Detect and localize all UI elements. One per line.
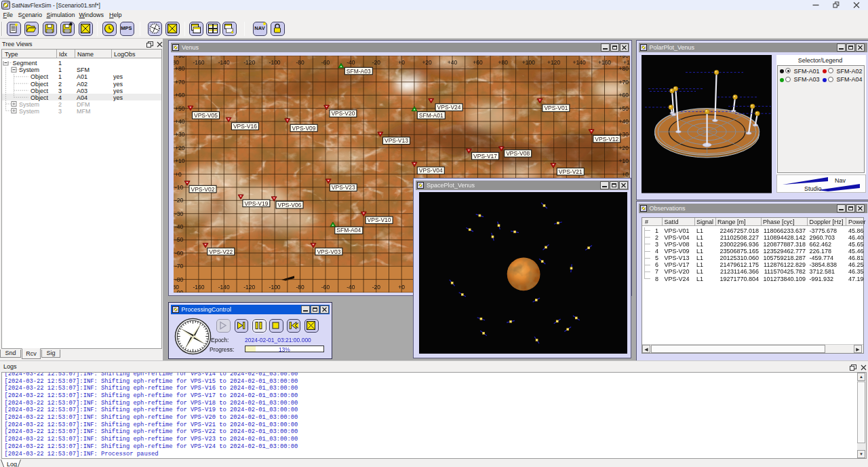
svg-text:VPS-V10: VPS-V10 — [367, 217, 391, 223]
svg-text:VPS-V03: VPS-V03 — [317, 248, 340, 255]
svg-text:-80: -80 — [296, 59, 304, 66]
svg-text:+60: +60 — [175, 92, 185, 98]
svg-text:VPS-V04: VPS-V04 — [418, 167, 442, 174]
svg-text:-140: -140 — [218, 284, 229, 291]
svg-text:VPS-V08: VPS-V08 — [506, 150, 530, 157]
svg-text:VPS-V09: VPS-V09 — [292, 125, 315, 132]
svg-text:+80: +80 — [175, 65, 185, 72]
svg-text:-40: -40 — [347, 59, 355, 66]
svg-text:-60: -60 — [321, 284, 330, 291]
svg-text:+50: +50 — [618, 105, 629, 112]
svg-text:+140: +140 — [572, 59, 585, 66]
svg-text:-20: -20 — [372, 284, 380, 291]
svg-text:+160: +160 — [597, 59, 610, 66]
svg-text:VPS-V06: VPS-V06 — [277, 202, 301, 208]
svg-text:-40: -40 — [175, 223, 184, 230]
svg-text:VPS-V17: VPS-V17 — [473, 153, 497, 160]
svg-text:+40: +40 — [618, 118, 629, 125]
svg-text:-30: -30 — [175, 210, 184, 217]
svg-text:+40: +40 — [447, 59, 457, 66]
svg-text:VPS-V16: VPS-V16 — [233, 123, 256, 130]
svg-text:VPS-V21: VPS-V21 — [558, 168, 582, 175]
svg-text:-120: -120 — [243, 59, 255, 66]
svg-text:SFM-A01: SFM-A01 — [418, 112, 443, 119]
svg-text:VPS-V02: VPS-V02 — [191, 186, 214, 193]
svg-text:VPS-V24: VPS-V24 — [437, 104, 460, 111]
svg-text:VPS-V19: VPS-V19 — [244, 200, 268, 207]
svg-text:VPS-V12: VPS-V12 — [595, 136, 618, 143]
svg-text:+100: +100 — [521, 59, 534, 66]
svg-text:+70: +70 — [618, 79, 629, 86]
svg-text:+90: +90 — [175, 56, 185, 59]
svg-text:-20: -20 — [175, 197, 184, 204]
svg-text:+70: +70 — [175, 79, 185, 86]
svg-text:Log: Log — [7, 460, 17, 467]
svg-text:VPS-V01: VPS-V01 — [544, 105, 568, 111]
svg-text:Studio: Studio — [804, 185, 822, 192]
svg-text:VPS-V22: VPS-V22 — [209, 248, 233, 255]
svg-text:+20: +20 — [422, 59, 432, 66]
svg-text:+60: +60 — [473, 59, 483, 66]
svg-text:+0: +0 — [175, 171, 182, 178]
svg-text:+80: +80 — [498, 59, 508, 66]
svg-text:+0: +0 — [398, 59, 405, 66]
svg-text:VPS-V13: VPS-V13 — [384, 137, 408, 144]
svg-text:+10: +10 — [618, 157, 629, 164]
svg-text:-70: -70 — [175, 263, 184, 269]
svg-text:-10: -10 — [175, 184, 184, 191]
svg-text:-90: -90 — [175, 289, 184, 293]
svg-text:-140: -140 — [218, 59, 229, 66]
svg-text:+20: +20 — [618, 145, 629, 151]
svg-text:-160: -160 — [193, 59, 204, 66]
svg-text:+30: +30 — [175, 131, 185, 138]
svg-text:+0: +0 — [622, 171, 629, 178]
svg-text:VPS-V20: VPS-V20 — [331, 110, 355, 117]
svg-text:SFM-A04: SFM-A04 — [336, 227, 361, 234]
svg-text:+20: +20 — [175, 145, 185, 151]
svg-text:-80: -80 — [175, 276, 184, 283]
svg-text:+40: +40 — [175, 118, 185, 125]
svg-text:VPS-V23: VPS-V23 — [331, 184, 355, 191]
svg-text:+120: +120 — [547, 59, 560, 66]
svg-text:-160: -160 — [193, 284, 204, 291]
svg-text:-80: -80 — [296, 284, 304, 291]
svg-text:SFM-A03: SFM-A03 — [346, 68, 370, 75]
svg-text:+80: +80 — [618, 65, 629, 72]
svg-text:-120: -120 — [243, 284, 255, 291]
svg-text:-60: -60 — [175, 250, 184, 257]
svg-text:-50: -50 — [175, 236, 184, 243]
svg-text:VPS-V05: VPS-V05 — [194, 112, 218, 119]
svg-text:+50: +50 — [175, 105, 185, 112]
svg-text:-20: -20 — [372, 59, 380, 66]
svg-text:Nav: Nav — [835, 177, 846, 184]
svg-text:-60: -60 — [321, 59, 330, 66]
svg-text:-40: -40 — [347, 284, 355, 291]
svg-text:+10: +10 — [175, 157, 185, 164]
svg-text:+0: +0 — [398, 284, 405, 291]
svg-text:-100: -100 — [269, 284, 280, 291]
svg-text:-100: -100 — [269, 59, 280, 66]
svg-text:+90: +90 — [618, 56, 629, 59]
svg-text:+60: +60 — [618, 92, 629, 98]
